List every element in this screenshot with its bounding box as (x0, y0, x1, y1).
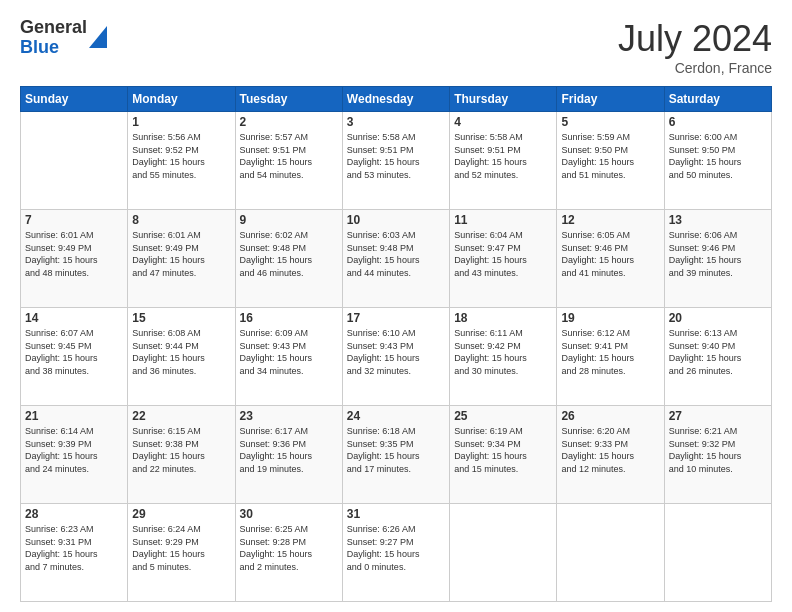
calendar-week-row: 7Sunrise: 6:01 AM Sunset: 9:49 PM Daylig… (21, 210, 772, 308)
logo-icon (89, 26, 107, 48)
calendar-week-row: 14Sunrise: 6:07 AM Sunset: 9:45 PM Dayli… (21, 308, 772, 406)
day-number: 27 (669, 409, 767, 423)
calendar-cell: 6Sunrise: 6:00 AM Sunset: 9:50 PM Daylig… (664, 112, 771, 210)
calendar-cell: 1Sunrise: 5:56 AM Sunset: 9:52 PM Daylig… (128, 112, 235, 210)
calendar-week-row: 1Sunrise: 5:56 AM Sunset: 9:52 PM Daylig… (21, 112, 772, 210)
cell-content: Sunrise: 6:05 AM Sunset: 9:46 PM Dayligh… (561, 229, 659, 279)
location: Cerdon, France (618, 60, 772, 76)
calendar-cell: 30Sunrise: 6:25 AM Sunset: 9:28 PM Dayli… (235, 504, 342, 602)
cell-content: Sunrise: 6:24 AM Sunset: 9:29 PM Dayligh… (132, 523, 230, 573)
cell-content: Sunrise: 6:01 AM Sunset: 9:49 PM Dayligh… (132, 229, 230, 279)
day-number: 8 (132, 213, 230, 227)
cell-content: Sunrise: 6:11 AM Sunset: 9:42 PM Dayligh… (454, 327, 552, 377)
calendar-cell: 28Sunrise: 6:23 AM Sunset: 9:31 PM Dayli… (21, 504, 128, 602)
day-number: 3 (347, 115, 445, 129)
cell-content: Sunrise: 6:12 AM Sunset: 9:41 PM Dayligh… (561, 327, 659, 377)
day-number: 18 (454, 311, 552, 325)
calendar-cell (450, 504, 557, 602)
calendar-cell (664, 504, 771, 602)
calendar-cell (557, 504, 664, 602)
cell-content: Sunrise: 6:26 AM Sunset: 9:27 PM Dayligh… (347, 523, 445, 573)
calendar-cell: 20Sunrise: 6:13 AM Sunset: 9:40 PM Dayli… (664, 308, 771, 406)
calendar-cell: 8Sunrise: 6:01 AM Sunset: 9:49 PM Daylig… (128, 210, 235, 308)
calendar-cell: 12Sunrise: 6:05 AM Sunset: 9:46 PM Dayli… (557, 210, 664, 308)
day-number: 9 (240, 213, 338, 227)
day-number: 12 (561, 213, 659, 227)
cell-content: Sunrise: 6:06 AM Sunset: 9:46 PM Dayligh… (669, 229, 767, 279)
cell-content: Sunrise: 6:21 AM Sunset: 9:32 PM Dayligh… (669, 425, 767, 475)
calendar-cell: 17Sunrise: 6:10 AM Sunset: 9:43 PM Dayli… (342, 308, 449, 406)
logo-general: General (20, 18, 87, 38)
cell-content: Sunrise: 6:01 AM Sunset: 9:49 PM Dayligh… (25, 229, 123, 279)
day-number: 2 (240, 115, 338, 129)
day-number: 31 (347, 507, 445, 521)
calendar-cell: 14Sunrise: 6:07 AM Sunset: 9:45 PM Dayli… (21, 308, 128, 406)
calendar-cell: 27Sunrise: 6:21 AM Sunset: 9:32 PM Dayli… (664, 406, 771, 504)
calendar-week-row: 28Sunrise: 6:23 AM Sunset: 9:31 PM Dayli… (21, 504, 772, 602)
day-number: 30 (240, 507, 338, 521)
svg-marker-0 (89, 26, 107, 48)
day-number: 11 (454, 213, 552, 227)
calendar-cell: 7Sunrise: 6:01 AM Sunset: 9:49 PM Daylig… (21, 210, 128, 308)
day-number: 29 (132, 507, 230, 521)
day-number: 28 (25, 507, 123, 521)
calendar-table: SundayMondayTuesdayWednesdayThursdayFrid… (20, 86, 772, 602)
day-number: 21 (25, 409, 123, 423)
weekday-header: Sunday (21, 87, 128, 112)
cell-content: Sunrise: 6:25 AM Sunset: 9:28 PM Dayligh… (240, 523, 338, 573)
day-number: 1 (132, 115, 230, 129)
calendar-cell: 19Sunrise: 6:12 AM Sunset: 9:41 PM Dayli… (557, 308, 664, 406)
calendar-cell: 18Sunrise: 6:11 AM Sunset: 9:42 PM Dayli… (450, 308, 557, 406)
calendar-cell: 9Sunrise: 6:02 AM Sunset: 9:48 PM Daylig… (235, 210, 342, 308)
calendar-cell (21, 112, 128, 210)
cell-content: Sunrise: 6:18 AM Sunset: 9:35 PM Dayligh… (347, 425, 445, 475)
cell-content: Sunrise: 6:17 AM Sunset: 9:36 PM Dayligh… (240, 425, 338, 475)
calendar-cell: 13Sunrise: 6:06 AM Sunset: 9:46 PM Dayli… (664, 210, 771, 308)
day-number: 4 (454, 115, 552, 129)
cell-content: Sunrise: 6:09 AM Sunset: 9:43 PM Dayligh… (240, 327, 338, 377)
calendar-cell: 10Sunrise: 6:03 AM Sunset: 9:48 PM Dayli… (342, 210, 449, 308)
cell-content: Sunrise: 6:19 AM Sunset: 9:34 PM Dayligh… (454, 425, 552, 475)
day-number: 26 (561, 409, 659, 423)
weekday-header: Monday (128, 87, 235, 112)
cell-content: Sunrise: 6:14 AM Sunset: 9:39 PM Dayligh… (25, 425, 123, 475)
day-number: 25 (454, 409, 552, 423)
day-number: 16 (240, 311, 338, 325)
calendar-cell: 25Sunrise: 6:19 AM Sunset: 9:34 PM Dayli… (450, 406, 557, 504)
day-number: 22 (132, 409, 230, 423)
cell-content: Sunrise: 5:58 AM Sunset: 9:51 PM Dayligh… (454, 131, 552, 181)
calendar-cell: 16Sunrise: 6:09 AM Sunset: 9:43 PM Dayli… (235, 308, 342, 406)
logo: General Blue (20, 18, 107, 58)
cell-content: Sunrise: 5:58 AM Sunset: 9:51 PM Dayligh… (347, 131, 445, 181)
cell-content: Sunrise: 6:02 AM Sunset: 9:48 PM Dayligh… (240, 229, 338, 279)
cell-content: Sunrise: 6:04 AM Sunset: 9:47 PM Dayligh… (454, 229, 552, 279)
cell-content: Sunrise: 6:13 AM Sunset: 9:40 PM Dayligh… (669, 327, 767, 377)
calendar-cell: 5Sunrise: 5:59 AM Sunset: 9:50 PM Daylig… (557, 112, 664, 210)
calendar-cell: 15Sunrise: 6:08 AM Sunset: 9:44 PM Dayli… (128, 308, 235, 406)
cell-content: Sunrise: 6:03 AM Sunset: 9:48 PM Dayligh… (347, 229, 445, 279)
day-number: 17 (347, 311, 445, 325)
month-title: July 2024 (618, 18, 772, 60)
cell-content: Sunrise: 6:23 AM Sunset: 9:31 PM Dayligh… (25, 523, 123, 573)
cell-content: Sunrise: 6:10 AM Sunset: 9:43 PM Dayligh… (347, 327, 445, 377)
calendar-cell: 3Sunrise: 5:58 AM Sunset: 9:51 PM Daylig… (342, 112, 449, 210)
day-number: 7 (25, 213, 123, 227)
calendar-cell: 26Sunrise: 6:20 AM Sunset: 9:33 PM Dayli… (557, 406, 664, 504)
day-number: 23 (240, 409, 338, 423)
page: General Blue July 2024 Cerdon, France Su… (0, 0, 792, 612)
day-number: 10 (347, 213, 445, 227)
day-number: 5 (561, 115, 659, 129)
cell-content: Sunrise: 5:56 AM Sunset: 9:52 PM Dayligh… (132, 131, 230, 181)
day-number: 24 (347, 409, 445, 423)
weekday-header: Friday (557, 87, 664, 112)
day-number: 6 (669, 115, 767, 129)
cell-content: Sunrise: 6:07 AM Sunset: 9:45 PM Dayligh… (25, 327, 123, 377)
day-number: 15 (132, 311, 230, 325)
calendar-cell: 31Sunrise: 6:26 AM Sunset: 9:27 PM Dayli… (342, 504, 449, 602)
header-row: SundayMondayTuesdayWednesdayThursdayFrid… (21, 87, 772, 112)
calendar-cell: 2Sunrise: 5:57 AM Sunset: 9:51 PM Daylig… (235, 112, 342, 210)
day-number: 20 (669, 311, 767, 325)
cell-content: Sunrise: 6:08 AM Sunset: 9:44 PM Dayligh… (132, 327, 230, 377)
calendar-cell: 11Sunrise: 6:04 AM Sunset: 9:47 PM Dayli… (450, 210, 557, 308)
weekday-header: Tuesday (235, 87, 342, 112)
